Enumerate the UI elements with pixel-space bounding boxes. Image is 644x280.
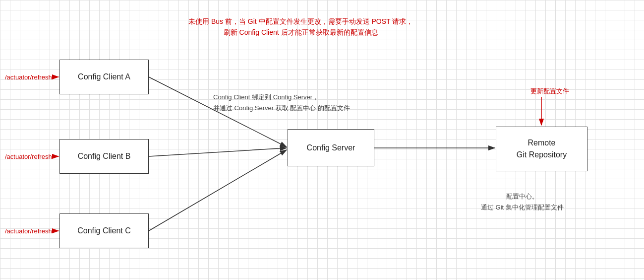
top-annotation: 未使用 Bus 前，当 Git 中配置文件发生更改，需要手动发送 POST 请求…	[188, 16, 413, 38]
update-config-label: 更新配置文件	[530, 87, 569, 96]
refresh-label-b: /actuator/refresh	[5, 153, 52, 160]
config-client-c-box: Config Client C	[59, 213, 149, 248]
config-client-c-label: Config Client C	[77, 226, 131, 235]
config-client-b-box: Config Client B	[59, 139, 149, 174]
remote-git-repo-box: Remote Git Repository	[496, 127, 587, 171]
bottom-annotation-line1: 配置中心。	[481, 191, 564, 202]
arrow-client-b-to-server	[149, 148, 287, 156]
diagram-container: 未使用 Bus 前，当 Git 中配置文件发生更改，需要手动发送 POST 请求…	[0, 0, 644, 280]
bottom-annotation-line2: 通过 Git 集中化管理配置文件	[481, 202, 564, 213]
refresh-label-a: /actuator/refresh	[5, 73, 52, 81]
mid-annotation: Config Client 绑定到 Config Server， 并通过 Con…	[213, 92, 350, 114]
refresh-label-c: /actuator/refresh	[5, 227, 52, 235]
mid-annotation-line1: Config Client 绑定到 Config Server，	[213, 92, 350, 103]
top-annotation-line2: 刷新 Config Client 后才能正常获取最新的配置信息	[188, 27, 413, 38]
bottom-annotation: 配置中心。 通过 Git 集中化管理配置文件	[481, 191, 564, 213]
git-repo-line1: Remote	[527, 139, 555, 147]
top-annotation-line1: 未使用 Bus 前，当 Git 中配置文件发生更改，需要手动发送 POST 请求…	[188, 16, 413, 27]
remote-git-repo-label: Remote Git Repository	[517, 137, 567, 161]
config-client-a-label: Config Client A	[78, 72, 130, 81]
git-repo-line2: Git Repository	[517, 150, 567, 159]
mid-annotation-line2: 并通过 Config Server 获取 配置中心 的配置文件	[213, 103, 350, 114]
config-client-a-box: Config Client A	[59, 60, 149, 94]
arrow-client-c-to-server	[149, 150, 287, 231]
config-server-label: Config Server	[307, 143, 355, 152]
config-server-box: Config Server	[288, 129, 374, 166]
config-client-b-label: Config Client B	[78, 152, 131, 161]
